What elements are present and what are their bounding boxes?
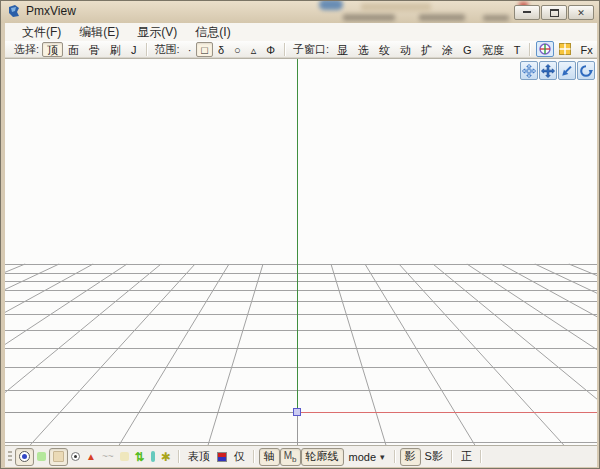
bone-display-toggle[interactable]: ▲ [83, 448, 99, 466]
toolbar-separator [480, 450, 482, 463]
axis-gizmo-icon [538, 42, 552, 56]
viewport-3d[interactable] [5, 58, 597, 445]
subwindow-select-button[interactable]: 选 [353, 42, 374, 57]
select-vertex-button[interactable]: 顶 [42, 42, 63, 57]
updown-arrows-icon: ⇅ [135, 451, 145, 463]
green-marker-toggle[interactable] [34, 448, 49, 466]
floor-grid [5, 59, 597, 446]
axis-gizmo-button[interactable] [536, 41, 554, 57]
star-icon: ✱ [161, 451, 171, 463]
grid-panes-button[interactable] [556, 41, 574, 57]
mode-dropdown[interactable]: mode ▾ [344, 448, 390, 466]
select-brush-button[interactable]: 刷 [105, 42, 126, 57]
menu-file[interactable]: 文件(F) [13, 23, 70, 41]
toolbar-separator [529, 43, 531, 56]
toolbar-separator [253, 450, 255, 463]
maximize-icon [550, 9, 559, 17]
rigid-display-toggle[interactable] [117, 448, 132, 466]
zoom-icon [560, 64, 574, 78]
wave-icon: ~~ [102, 452, 114, 462]
shadow-toggle-button[interactable]: 影 [400, 448, 421, 466]
chevron-down-icon: ▾ [380, 452, 385, 462]
titlebar-artifact [343, 14, 395, 21]
minimize-button[interactable] [514, 5, 540, 20]
move-button[interactable] [539, 61, 557, 80]
maximize-button[interactable] [541, 5, 567, 20]
axis-toggle-button[interactable]: 轴 [259, 448, 280, 466]
titlebar[interactable]: PmxView ✕ [1, 1, 600, 23]
color-mode-toggle[interactable] [214, 448, 230, 466]
titlebar-artifact [361, 3, 431, 11]
pan-icon [522, 64, 536, 78]
main-toolbar: 选择: 顶 面 骨 刷 J 范围: · □ δ ○ ▵ Φ 子窗口: 显 选 纹… [5, 41, 597, 58]
range-lasso-button[interactable]: δ [213, 42, 229, 57]
teal-bar-icon [151, 451, 155, 462]
subwindow-motion-button[interactable]: 动 [395, 42, 416, 57]
range-circle-button[interactable]: ○ [229, 42, 246, 57]
app-icon [7, 4, 21, 18]
bottom-toolbar: ▲ ~~ ⇅ ✱ 表顶 仅 轴 Mb 轮廓线 mode ▾ 影 S影 正 [5, 445, 597, 467]
menu-bar: 文件(F) 编辑(E) 显示(V) 信息(I) [5, 23, 597, 41]
subwindow-g-button[interactable]: G [458, 42, 477, 57]
only-toggle[interactable]: 仅 [230, 449, 249, 464]
redblue-square-icon [217, 452, 227, 462]
range-label: 范围: [155, 42, 180, 57]
rotate-icon [579, 64, 593, 78]
bar-display-toggle[interactable] [148, 448, 158, 466]
origin-marker [294, 409, 301, 416]
range-point-button[interactable]: · [183, 42, 197, 57]
vertex-display-toggle[interactable] [15, 448, 34, 466]
select-label: 选择: [14, 42, 39, 57]
grid-panes-icon [558, 42, 572, 56]
menu-view[interactable]: 显示(V) [128, 23, 186, 41]
select-joint-button[interactable]: J [126, 42, 142, 57]
joint-display-toggle[interactable]: ⇅ [132, 448, 148, 466]
titlebar-artifact [483, 15, 509, 21]
move-icon [541, 64, 555, 78]
select-face-button[interactable]: 面 [63, 42, 84, 57]
mode-label: mode [349, 451, 377, 463]
view-top-label[interactable]: 表顶 [184, 449, 214, 464]
self-shadow-toggle[interactable]: S影 [421, 449, 447, 464]
viewport-nav-toolbar [520, 61, 595, 80]
fx-button[interactable]: Fx [575, 42, 597, 57]
subwindow-paint-button[interactable]: 涂 [437, 42, 458, 57]
close-button[interactable]: ✕ [568, 5, 594, 20]
mb-toggle-button[interactable]: Mb [280, 448, 301, 466]
front-view-toggle[interactable]: 正 [457, 449, 476, 464]
toolbar-separator [394, 450, 396, 463]
range-triangle-button[interactable]: ▵ [246, 42, 262, 57]
subwindow-width-button[interactable]: 宽度 [477, 42, 509, 57]
outline-toggle-button[interactable]: 轮廓线 [301, 448, 344, 466]
range-rect-button[interactable]: □ [196, 42, 213, 57]
star-display-toggle[interactable]: ✱ [158, 448, 174, 466]
toolbar-grip[interactable] [8, 451, 12, 463]
beige-square-icon [53, 451, 64, 462]
subwindow-label: 子窗口: [293, 42, 329, 57]
subwindow-display-button[interactable]: 显 [332, 42, 353, 57]
mb-label: Mb [284, 450, 297, 464]
rotate-button[interactable] [577, 61, 595, 80]
zoom-button[interactable] [558, 61, 576, 80]
titlebar-artifact [419, 14, 465, 21]
close-icon: ✕ [577, 8, 585, 18]
green-square-icon [37, 452, 46, 461]
titlebar-artifact [319, 1, 343, 10]
pan-button[interactable] [520, 61, 538, 80]
toolbar-separator [451, 450, 453, 463]
subwindow-extend-button[interactable]: 扩 [416, 42, 437, 57]
point-display-toggle[interactable] [68, 448, 83, 466]
physics-display-toggle[interactable]: ~~ [99, 448, 117, 466]
subwindow-t-button[interactable]: T [509, 42, 526, 57]
yellow-square-icon [120, 452, 129, 461]
select-bone-button[interactable]: 骨 [84, 42, 105, 57]
menu-edit[interactable]: 编辑(E) [70, 23, 128, 41]
red-triangle-icon: ▲ [86, 452, 96, 462]
radio-small-icon [71, 452, 80, 461]
material-display-toggle[interactable] [49, 448, 68, 466]
range-phi-button[interactable]: Φ [261, 42, 280, 57]
radio-blue-icon [19, 451, 30, 462]
menu-info[interactable]: 信息(I) [186, 23, 239, 41]
window-title: PmxView [26, 4, 76, 18]
subwindow-texture-button[interactable]: 纹 [374, 42, 395, 57]
